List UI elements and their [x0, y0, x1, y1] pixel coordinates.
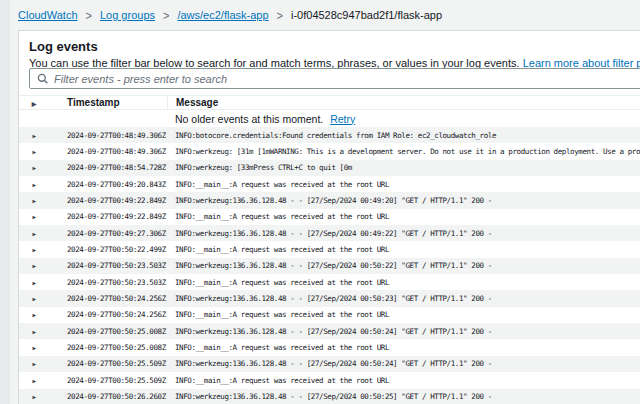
expand-row-icon[interactable]: ▶	[32, 360, 35, 367]
expand-all-icon[interactable]: ▶	[32, 101, 37, 107]
event-message: INFO:__main__:A request was received at …	[167, 343, 640, 352]
log-event-row[interactable]: ▶ 2024-09-27T00:48:49.306Z INFO:werkzeug…	[19, 143, 640, 159]
log-event-row[interactable]: ▶ 2024-09-27T00:48:54.728Z INFO:werkzeug…	[19, 160, 640, 176]
event-message: INFO:werkzeug:136.36.128.48 - - [27/Sep/…	[167, 327, 640, 336]
log-event-row[interactable]: ▶ 2024-09-27T00:50:25.008Z INFO:werkzeug…	[19, 323, 640, 339]
breadcrumb: CloudWatch > Log groups > /aws/ec2/flask…	[18, 0, 442, 30]
event-timestamp: 2024-09-27T00:50:23.503Z	[49, 278, 167, 287]
event-timestamp: 2024-09-27T00:50:26.260Z	[49, 392, 167, 401]
event-timestamp: 2024-09-27T00:49:27.306Z	[49, 229, 167, 238]
event-timestamp: 2024-09-27T00:49:22.849Z	[49, 196, 167, 205]
no-older-events-text: No older events at this moment.	[175, 113, 323, 125]
search-icon	[37, 70, 48, 88]
table-body: ▶ 2024-09-27T00:48:49.306Z INFO:botocore…	[19, 127, 640, 404]
expand-row-icon[interactable]: ▶	[32, 393, 35, 400]
expand-row-icon[interactable]: ▶	[32, 181, 35, 188]
breadcrumb-current-log-stream: i-0f04528c947bad2f1/flask-app	[291, 9, 442, 21]
event-timestamp: 2024-09-27T00:50:25.008Z	[49, 327, 167, 336]
event-timestamp: 2024-09-27T00:50:24.256Z	[49, 294, 167, 303]
log-event-row[interactable]: ▶ 2024-09-27T00:49:22.849Z INFO:__main__…	[19, 209, 640, 225]
breadcrumb-link-log-group[interactable]: /aws/ec2/flask-app	[177, 9, 268, 21]
log-event-row[interactable]: ▶ 2024-09-27T00:50:22.499Z INFO:__main__…	[19, 241, 640, 257]
event-message: INFO:werkzeug: [31m [1mWARNING: This is …	[167, 147, 640, 156]
event-timestamp: 2024-09-27T00:48:49.306Z	[49, 131, 167, 140]
log-event-row[interactable]: ▶ 2024-09-27T00:50:25.509Z INFO:werkzeug…	[19, 356, 640, 372]
log-event-row[interactable]: ▶ 2024-09-27T00:50:24.256Z INFO:werkzeug…	[19, 290, 640, 306]
event-timestamp: 2024-09-27T00:48:49.306Z	[49, 147, 167, 156]
expand-row-icon[interactable]: ▶	[32, 311, 35, 318]
filter-events-input[interactable]	[54, 73, 640, 85]
event-message: INFO:werkzeug:136.36.128.48 - - [27/Sep/…	[167, 359, 640, 368]
event-message: INFO:__main__:A request was received at …	[167, 278, 640, 287]
event-message: INFO:__main__:A request was received at …	[167, 376, 640, 385]
event-message: INFO:werkzeug:136.36.128.48 - - [27/Sep/…	[167, 229, 640, 238]
event-message: INFO:__main__:A request was received at …	[167, 212, 640, 221]
expand-row-icon[interactable]: ▶	[32, 295, 35, 302]
event-timestamp: 2024-09-27T00:49:22.849Z	[49, 212, 167, 221]
event-timestamp: 2024-09-27T00:50:25.008Z	[49, 343, 167, 352]
event-timestamp: 2024-09-27T00:48:54.728Z	[49, 163, 167, 172]
event-timestamp: 2024-09-27T00:50:24.256Z	[49, 310, 167, 319]
log-event-row[interactable]: ▶ 2024-09-27T00:49:20.843Z INFO:__main__…	[19, 176, 640, 192]
column-header-message: Message	[167, 95, 640, 110]
log-event-row[interactable]: ▶ 2024-09-27T00:48:49.306Z INFO:botocore…	[19, 127, 640, 143]
event-message: INFO:werkzeug:136.36.128.48 - - [27/Sep/…	[167, 261, 640, 270]
event-timestamp: 2024-09-27T00:50:25.509Z	[49, 359, 167, 368]
event-message: INFO:__main__:A request was received at …	[167, 310, 640, 319]
log-event-row[interactable]: ▶ 2024-09-27T00:49:27.306Z INFO:werkzeug…	[19, 225, 640, 241]
log-event-row[interactable]: ▶ 2024-09-27T00:49:22.849Z INFO:werkzeug…	[19, 192, 640, 208]
expand-row-icon[interactable]: ▶	[32, 279, 35, 286]
expand-row-icon[interactable]: ▶	[32, 377, 35, 384]
expand-row-icon[interactable]: ▶	[32, 230, 35, 237]
log-event-row[interactable]: ▶ 2024-09-27T00:50:26.260Z INFO:werkzeug…	[19, 389, 640, 404]
event-timestamp: 2024-09-27T00:49:20.843Z	[49, 180, 167, 189]
page-title: Log events	[29, 39, 98, 54]
expand-row-icon[interactable]: ▶	[32, 213, 35, 220]
event-message: INFO:botocore.credentials:Found credenti…	[167, 131, 640, 140]
log-events-panel: Log events You can use the filter bar be…	[18, 30, 640, 404]
log-event-row[interactable]: ▶ 2024-09-27T00:50:24.256Z INFO:__main__…	[19, 307, 640, 323]
log-event-row[interactable]: ▶ 2024-09-27T00:50:23.503Z INFO:__main__…	[19, 274, 640, 290]
column-header-timestamp: Timestamp	[49, 97, 167, 108]
event-message: INFO:werkzeug:136.36.128.48 - - [27/Sep/…	[167, 294, 640, 303]
expand-row-icon[interactable]: ▶	[32, 148, 35, 155]
expand-row-icon[interactable]: ▶	[32, 197, 35, 204]
breadcrumb-link-cloudwatch[interactable]: CloudWatch	[18, 9, 78, 21]
breadcrumb-link-log-groups[interactable]: Log groups	[100, 9, 155, 21]
log-event-row[interactable]: ▶ 2024-09-27T00:50:25.509Z INFO:__main__…	[19, 372, 640, 388]
log-event-row[interactable]: ▶ 2024-09-27T00:50:23.503Z INFO:werkzeug…	[19, 258, 640, 274]
log-event-row[interactable]: ▶ 2024-09-27T00:50:25.008Z INFO:__main__…	[19, 339, 640, 355]
search-input-wrapper	[29, 68, 640, 89]
breadcrumb-separator: >	[163, 8, 169, 22]
expand-row-icon[interactable]: ▶	[32, 246, 35, 253]
log-events-table: ▶ Timestamp Message No older events at t…	[19, 95, 640, 404]
left-gutter	[0, 0, 10, 404]
event-message: INFO:__main__:A request was received at …	[167, 245, 640, 254]
retry-link[interactable]: Retry	[330, 113, 355, 125]
event-timestamp: 2024-09-27T00:50:22.499Z	[49, 245, 167, 254]
event-message: INFO:__main__:A request was received at …	[167, 180, 640, 189]
expand-row-icon[interactable]: ▶	[32, 164, 35, 171]
event-message: INFO:werkzeug: [33mPress CTRL+C to quit …	[167, 163, 640, 172]
event-timestamp: 2024-09-27T00:50:23.503Z	[49, 261, 167, 270]
expand-row-icon[interactable]: ▶	[32, 344, 35, 351]
expand-row-icon[interactable]: ▶	[32, 262, 35, 269]
breadcrumb-separator: >	[277, 8, 283, 22]
expand-row-icon[interactable]: ▶	[32, 328, 35, 335]
table-header: ▶ Timestamp Message	[19, 95, 640, 110]
event-message: INFO:werkzeug:136.36.128.48 - - [27/Sep/…	[167, 196, 640, 205]
breadcrumb-separator: >	[86, 8, 92, 22]
event-timestamp: 2024-09-27T00:50:25.509Z	[49, 376, 167, 385]
expand-row-icon[interactable]: ▶	[32, 132, 35, 139]
no-older-events-row: No older events at this moment. Retry	[19, 110, 640, 127]
event-message: INFO:werkzeug:136.36.128.48 - - [27/Sep/…	[167, 392, 640, 401]
